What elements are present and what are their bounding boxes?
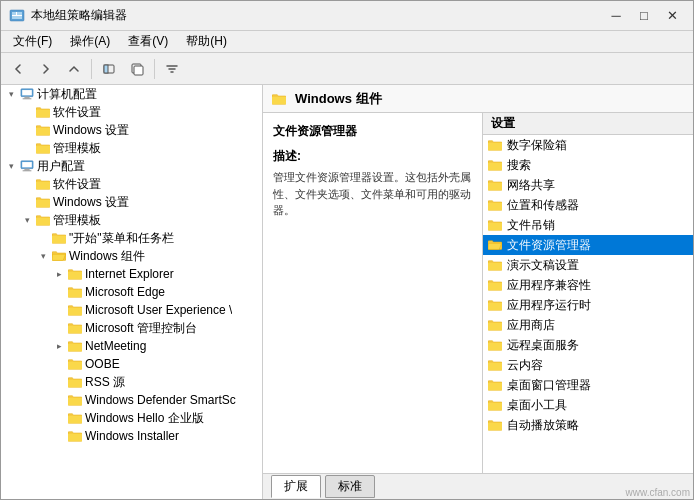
tree-item[interactable]: Microsoft 管理控制台 <box>1 319 262 337</box>
tree-expander[interactable] <box>51 302 67 318</box>
app-icon <box>9 8 25 24</box>
tree-item[interactable]: Windows 组件 <box>1 247 262 265</box>
settings-item[interactable]: 网络共享 <box>483 175 693 195</box>
tab-扩展[interactable]: 扩展 <box>271 475 321 498</box>
tree-item[interactable]: 软件设置 <box>1 175 262 193</box>
toolbar <box>1 53 693 85</box>
forward-button[interactable] <box>33 56 59 82</box>
settings-item[interactable]: 桌面小工具 <box>483 395 693 415</box>
settings-item[interactable]: 应用程序兼容性 <box>483 275 693 295</box>
tree-item[interactable]: OOBE <box>1 355 262 373</box>
menu-item[interactable]: 文件(F) <box>5 31 60 52</box>
tree-item[interactable]: Windows 设置 <box>1 121 262 139</box>
tree-expander[interactable] <box>35 230 51 246</box>
tree-item[interactable]: Windows Hello 企业版 <box>1 409 262 427</box>
tab-标准[interactable]: 标准 <box>325 475 375 498</box>
svg-rect-11 <box>24 97 29 99</box>
window-title: 本地组策略编辑器 <box>31 7 127 24</box>
titlebar: 本地组策略编辑器 ─ □ ✕ <box>1 1 693 31</box>
settings-folder-icon <box>487 357 503 373</box>
tree-item[interactable]: Windows Installer <box>1 427 262 445</box>
menu-item[interactable]: 操作(A) <box>62 31 118 52</box>
settings-item[interactable]: 应用程序运行时 <box>483 295 693 315</box>
up-button[interactable] <box>61 56 87 82</box>
watermark: www.cfan.com <box>626 487 690 498</box>
tree-item[interactable]: 管理模板 <box>1 211 262 229</box>
settings-item[interactable]: 搜索 <box>483 155 693 175</box>
back-button[interactable] <box>5 56 31 82</box>
tree-item[interactable]: "开始"菜单和任务栏 <box>1 229 262 247</box>
settings-pane[interactable]: 设置 数字保险箱 搜索 网络共享 位置和传感器 文件吊销 文件资源管理器 <box>483 113 693 473</box>
settings-header: 设置 <box>483 113 693 135</box>
tree-item[interactable]: 软件设置 <box>1 103 262 121</box>
settings-item[interactable]: 应用商店 <box>483 315 693 335</box>
settings-item[interactable]: 数字保险箱 <box>483 135 693 155</box>
tree-expander[interactable] <box>3 158 19 174</box>
left-tree-panel[interactable]: 计算机配置 软件设置 Windows 设置 管理模板 用户配置 软件设置 Win… <box>1 85 263 499</box>
tree-item[interactable]: Internet Explorer <box>1 265 262 283</box>
toolbar-separator <box>91 59 92 79</box>
tree-expander[interactable] <box>51 356 67 372</box>
tree-folder-icon <box>19 86 35 102</box>
tree-expander[interactable] <box>51 320 67 336</box>
settings-folder-icon <box>487 157 503 173</box>
close-button[interactable]: ✕ <box>659 5 685 27</box>
svg-rect-16 <box>23 170 32 171</box>
tree-folder-icon <box>67 428 83 444</box>
tree-item[interactable]: RSS 源 <box>1 373 262 391</box>
tree-expander[interactable] <box>51 392 67 408</box>
settings-item[interactable]: 桌面窗口管理器 <box>483 375 693 395</box>
settings-item[interactable]: 文件资源管理器 <box>483 235 693 255</box>
filter-button[interactable] <box>159 56 185 82</box>
tree-expander[interactable] <box>51 266 67 282</box>
tree-item[interactable]: Windows Defender SmartSc <box>1 391 262 409</box>
show-hide-button[interactable] <box>96 56 122 82</box>
tree-expander[interactable] <box>51 410 67 426</box>
settings-item[interactable]: 位置和传感器 <box>483 195 693 215</box>
tree-folder-icon <box>67 338 83 354</box>
settings-item-label: 远程桌面服务 <box>507 337 579 354</box>
settings-item[interactable]: 云内容 <box>483 355 693 375</box>
tree-expander[interactable] <box>19 104 35 120</box>
tree-label: 管理模板 <box>53 212 101 229</box>
tree-folder-icon <box>35 194 51 210</box>
tree-folder-icon <box>35 140 51 156</box>
tree-expander[interactable] <box>51 374 67 390</box>
menu-item[interactable]: 帮助(H) <box>178 31 235 52</box>
tree-expander[interactable] <box>35 248 51 264</box>
new-window-button[interactable] <box>124 56 150 82</box>
tree-item[interactable]: Windows 设置 <box>1 193 262 211</box>
tree-item[interactable]: Microsoft User Experience \ <box>1 301 262 319</box>
tree-item[interactable]: 计算机配置 <box>1 85 262 103</box>
tree-item[interactable]: 用户配置 <box>1 157 262 175</box>
tree-expander[interactable] <box>19 176 35 192</box>
tree-expander[interactable] <box>19 140 35 156</box>
minimize-button[interactable]: ─ <box>603 5 629 27</box>
tree-item[interactable]: Microsoft Edge <box>1 283 262 301</box>
settings-item-label: 网络共享 <box>507 177 555 194</box>
settings-item[interactable]: 文件吊销 <box>483 215 693 235</box>
settings-item[interactable]: 远程桌面服务 <box>483 335 693 355</box>
tree-item[interactable]: 管理模板 <box>1 139 262 157</box>
right-panel: Windows 组件 文件资源管理器 描述: 管理文件资源管理器设置。这包括外壳… <box>263 85 693 499</box>
settings-item[interactable]: 自动播放策略 <box>483 415 693 435</box>
tree-label: 软件设置 <box>53 176 101 193</box>
tree-label: Windows Installer <box>85 429 179 443</box>
settings-folder-icon <box>487 397 503 413</box>
tree-expander[interactable] <box>19 212 35 228</box>
tree-folder-icon <box>67 356 83 372</box>
tree-expander[interactable] <box>51 338 67 354</box>
tree-label: 用户配置 <box>37 158 85 175</box>
maximize-button[interactable]: □ <box>631 5 657 27</box>
settings-item[interactable]: 演示文稿设置 <box>483 255 693 275</box>
settings-item-label: 位置和传感器 <box>507 197 579 214</box>
tree-item[interactable]: NetMeeting <box>1 337 262 355</box>
tree-expander[interactable] <box>19 122 35 138</box>
svg-rect-2 <box>12 12 16 15</box>
menu-item[interactable]: 查看(V) <box>120 31 176 52</box>
svg-rect-3 <box>17 12 22 15</box>
tree-expander[interactable] <box>51 284 67 300</box>
tree-expander[interactable] <box>3 86 19 102</box>
tree-expander[interactable] <box>51 428 67 444</box>
tree-expander[interactable] <box>19 194 35 210</box>
